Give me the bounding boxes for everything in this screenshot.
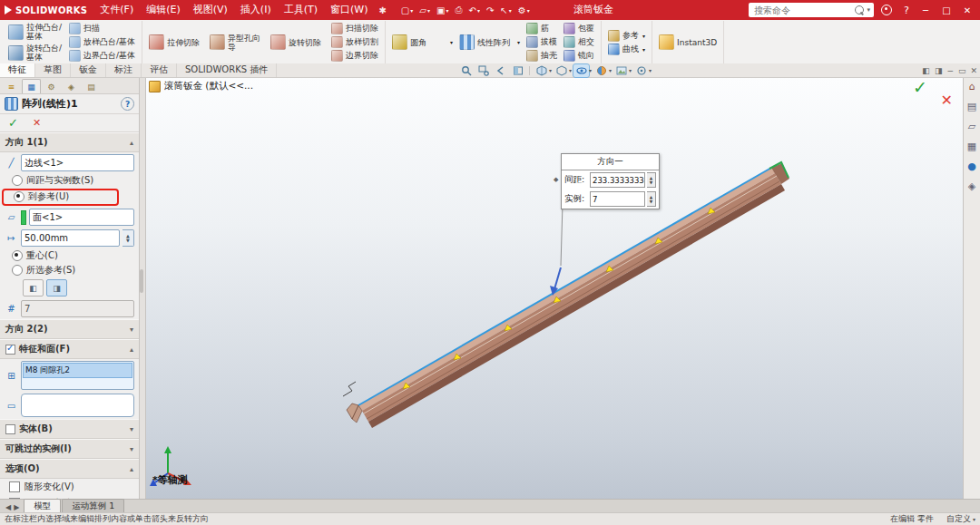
tab-features[interactable]: 特征 — [0, 63, 35, 77]
lofted-cut-button[interactable]: 放样切割 — [329, 36, 380, 49]
option-vary-sketch[interactable]: 随形变化(V) — [0, 479, 139, 495]
instance-count-field[interactable]: 7 — [21, 300, 134, 317]
features-listbox[interactable]: M8 间隙孔2 — [21, 361, 134, 390]
splitter-handle-icon[interactable] — [140, 269, 143, 293]
save-button[interactable]: ▣▾ — [434, 2, 451, 18]
menu-edit[interactable]: 编辑(E) — [140, 0, 187, 20]
options-button[interactable]: ⚙▾ — [515, 2, 533, 18]
select-button[interactable]: ↖▾ — [497, 2, 514, 18]
tab-evaluate[interactable]: 评估 — [142, 63, 177, 77]
face-selection-field[interactable]: 面<1> — [29, 209, 134, 226]
custom-properties-icon[interactable]: ◈ — [968, 181, 975, 192]
breadcrumb[interactable]: 滚筒钣金 (默认<<... — [149, 80, 253, 92]
features-faces-checkbox[interactable] — [5, 345, 15, 355]
radio-up-to-reference[interactable]: 到参考(U) — [4, 190, 117, 204]
bodies-checkbox[interactable] — [5, 424, 15, 434]
dimxpert-manager-tab[interactable]: ◈ — [62, 79, 81, 93]
seed-centroid-toggle[interactable]: ◨ — [46, 279, 67, 297]
menu-window[interactable]: 窗口(W) — [324, 0, 374, 20]
display-style-icon[interactable] — [554, 64, 569, 77]
section-features-faces[interactable]: 特征和面(F) ▴ — [0, 339, 139, 359]
curves-button[interactable]: 曲线▾ — [606, 43, 647, 55]
user-account-icon[interactable] — [881, 5, 892, 15]
display-manager-tab[interactable]: ▤ — [82, 79, 101, 93]
menu-pin-icon[interactable]: ✱ — [374, 5, 390, 15]
graphics-viewport[interactable]: 滚筒钣金 (默认<<... ✓ ✕ — [145, 77, 964, 500]
file-explorer-icon[interactable]: ▱ — [968, 122, 975, 132]
tab-annotation[interactable]: 标注 — [106, 63, 142, 77]
view-orientation-icon[interactable] — [534, 64, 549, 77]
open-document-button[interactable]: ▱▾ — [416, 2, 433, 18]
menu-view[interactable]: 视图(V) — [187, 0, 234, 20]
tab-motion-study[interactable]: 运动算例 1 — [62, 499, 124, 513]
section-direction2[interactable]: 方向 2(2) ▾ — [0, 319, 139, 339]
rib-button[interactable]: 筋 — [524, 23, 559, 35]
pane-close-icon[interactable]: ✕ — [970, 66, 977, 75]
intersect-button[interactable]: 相交 — [562, 36, 596, 49]
section-view-icon[interactable] — [510, 64, 525, 77]
collapse-ribbon-icon[interactable]: − — [946, 66, 954, 75]
section-bodies[interactable]: 实体(B) ▾ — [0, 419, 139, 439]
apply-scene-icon[interactable] — [613, 64, 629, 77]
apply-scene-dropdown-icon[interactable]: ▾ — [629, 67, 632, 73]
cancel-icon[interactable]: ✕ — [33, 117, 41, 129]
feature-list-item[interactable]: M8 间隙孔2 — [23, 363, 132, 378]
pane-restore-icon[interactable]: ▭ — [958, 66, 966, 75]
panel-splitter[interactable] — [139, 77, 146, 500]
spacing-spinner[interactable]: ▲▼ — [647, 172, 656, 188]
display-style-dropdown-icon[interactable]: ▾ — [569, 67, 572, 73]
tab-solidworks-addins[interactable]: SOLIDWORKS 插件 — [177, 63, 277, 77]
boundary-boss-button[interactable]: 边界凸台/基体 — [67, 50, 137, 63]
instances-spinner[interactable]: ▲▼ — [647, 191, 656, 207]
radio-selected-reference[interactable]: 所选参考(S) — [0, 263, 139, 277]
hide-show-items-icon[interactable] — [573, 64, 589, 77]
3d-scene[interactable] — [145, 77, 964, 500]
extruded-boss-button[interactable]: 拉伸凸台/基体 — [6, 22, 64, 42]
edit-appearance-dropdown-icon[interactable]: ▾ — [609, 67, 612, 73]
wrap-button[interactable]: 包覆 — [562, 23, 596, 35]
view-palette-icon[interactable]: ▦ — [967, 141, 976, 152]
linear-pattern-button[interactable]: 线性阵列▾ — [457, 34, 522, 51]
redo-button[interactable]: ↷ — [484, 2, 496, 18]
home-icon[interactable]: ⌂ — [969, 82, 975, 92]
close-button[interactable]: ✕ — [958, 5, 976, 15]
swept-cut-button[interactable]: 扫描切除 — [329, 23, 380, 35]
print-button[interactable]: ⎙ — [453, 2, 466, 18]
confirm-icon[interactable]: ✓ — [8, 116, 18, 130]
boundary-cut-button[interactable]: 边界切除 — [329, 50, 380, 63]
flip-direction-handle[interactable]: ◆ — [554, 176, 558, 183]
new-document-button[interactable]: ▢▾ — [398, 2, 416, 18]
radio-spacing-instances[interactable]: 间距与实例数(S) — [0, 173, 139, 188]
mirror-button[interactable]: 镜向 — [562, 50, 596, 63]
menu-insert[interactable]: 插入(I) — [234, 0, 278, 20]
minimize-button[interactable]: ─ — [916, 5, 935, 15]
lofted-boss-button[interactable]: 放样凸台/基体 — [67, 36, 137, 49]
section-direction1[interactable]: 方向 1(1) ▴ — [0, 132, 139, 152]
tab-model[interactable]: 模型 — [24, 499, 61, 513]
shell-button[interactable]: 抽壳 — [524, 50, 559, 63]
search-dropdown-icon[interactable]: ▾ — [867, 6, 870, 14]
instant3d-button[interactable]: Instant3D — [657, 34, 719, 51]
offset-distance-field[interactable]: 50.00mm — [21, 229, 120, 247]
section-skipped-instances[interactable]: 可跳过的实例(I) ▾ — [0, 439, 139, 459]
reference-geometry-button[interactable]: 参考▾ — [606, 29, 647, 42]
pane-split-icon[interactable]: ◧ — [922, 66, 930, 75]
property-manager-tab[interactable]: ▦ — [22, 79, 41, 93]
section-options[interactable]: 选项(O) ▴ — [0, 459, 139, 479]
zoom-area-icon[interactable] — [475, 64, 491, 77]
fillet-button[interactable]: 圆角▾ — [390, 34, 455, 51]
confirm-corner-cancel-icon[interactable]: ✕ — [941, 92, 953, 109]
seed-reference-toggle[interactable]: ◧ — [23, 279, 44, 297]
hide-show-items-dropdown-icon[interactable]: ▾ — [589, 67, 592, 73]
revolved-cut-button[interactable]: 旋转切除 — [269, 34, 327, 51]
customize-menu[interactable]: 自定义▾ — [946, 513, 975, 525]
swept-boss-button[interactable]: 扫描 — [67, 23, 137, 35]
view-settings-icon[interactable] — [633, 64, 649, 77]
search-input[interactable] — [752, 5, 852, 16]
tab-sketch[interactable]: 草图 — [35, 63, 71, 77]
configuration-manager-tab[interactable]: ⚙ — [42, 79, 61, 93]
menu-file[interactable]: 文件(F) — [93, 0, 140, 20]
maximize-button[interactable]: □ — [937, 5, 956, 15]
design-library-icon[interactable]: ▤ — [967, 102, 976, 112]
tab-sheet-metal[interactable]: 钣金 — [71, 63, 106, 77]
